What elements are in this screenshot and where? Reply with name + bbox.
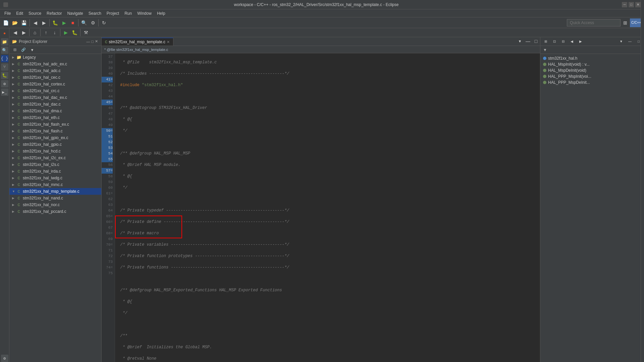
menu-navigate[interactable]: Navigate (64, 9, 86, 17)
menu-search[interactable]: Search (86, 9, 104, 17)
tree-item-eth[interactable]: ▶ C stm32f1xx_hal_eth.c (9, 114, 101, 121)
menubar: File Edit Source Refactor Navigate Searc… (0, 9, 644, 17)
tree-item-adc-ex[interactable]: ▶ C stm32f1xx_hal_adc_ex.c (9, 61, 101, 67)
code-editor[interactable]: 37 38 39 40 41= 42 43 44 45= 46 47 48 49… (102, 53, 540, 362)
editor-area: C stm32f1xx_hal_msp_template.c ✕ ▼ — □ *… (102, 37, 540, 362)
tree-item-legacy[interactable]: ▶ 📁 Legacy (9, 54, 101, 61)
tree-item-dma[interactable]: ▶ C stm32f1xx_hal_dma.c (9, 108, 101, 114)
pe-menu[interactable]: ▼ (28, 46, 36, 54)
tb-open[interactable]: 📂 (11, 18, 19, 27)
rp-btn2[interactable]: ⊡ (550, 37, 558, 46)
outline-dot5 (543, 81, 546, 84)
tb2-next[interactable]: ↓ (51, 28, 59, 37)
tb2-prev[interactable]: ↑ (42, 28, 50, 37)
menu-project[interactable]: Project (104, 9, 122, 17)
tree-item-flash-ex[interactable]: ▶ C stm32f1xx_hal_flash_ex.c (9, 121, 101, 128)
c-file-icon4: C (16, 81, 21, 87)
pe-collapse[interactable]: ⊟ (11, 46, 19, 54)
sidebar-terminal[interactable]: ▶_ (1, 88, 8, 96)
menu-help[interactable]: Help (154, 9, 168, 17)
outline-item-deinit[interactable]: HAL_MspDeInit(void) (542, 67, 643, 73)
pe-close[interactable]: ✕ (94, 39, 99, 44)
tree-item-nand[interactable]: ▶ C stm32f1xx_hal_nand.c (9, 195, 101, 201)
tree-item-hcd[interactable]: ▶ C stm32f1xx_hal_hcd.c (9, 148, 101, 155)
tree-item-cortex[interactable]: ▶ C stm32f1xx_hal_cortex.c (9, 81, 101, 87)
tree-item-irda[interactable]: ▶ C stm32f1xx_hal_irda.c (9, 168, 101, 175)
maximize-btn[interactable]: □ (629, 2, 634, 7)
editor-tabs: C stm32f1xx_hal_msp_template.c ✕ ▼ — □ (102, 37, 540, 46)
quick-access-input[interactable] (567, 19, 621, 26)
editor-minimize[interactable]: — (524, 37, 532, 46)
tb2-build2[interactable]: ⚒ (82, 28, 90, 37)
rp-btn5[interactable]: ▶ (577, 37, 585, 46)
code-text[interactable]: * @file stm32f1xx_hal_msp_template.c /* … (115, 53, 540, 362)
pe-link[interactable]: 🔗 (19, 46, 28, 54)
tb-stop[interactable]: ■ (69, 18, 77, 27)
tab-close-btn[interactable]: ✕ (167, 40, 170, 44)
outline-item-ppp-deinit[interactable]: HAL_PPP_MspDeInit... (542, 79, 643, 85)
sidebar-git[interactable]: ⑂ (1, 63, 8, 71)
sidebar-settings[interactable]: ⚙ (1, 355, 8, 362)
sidebar-files[interactable]: 📁 (1, 38, 8, 46)
pe-minimize[interactable]: — (86, 40, 91, 44)
editor-maximize[interactable]: □ (532, 37, 540, 46)
menu-window[interactable]: Window (135, 9, 154, 17)
tree-item-cec[interactable]: ▶ C stm32f1xx_hal_cec.c (9, 74, 101, 81)
tb-forward[interactable]: ▶ (40, 18, 48, 27)
menu-refactor[interactable]: Refactor (44, 9, 64, 17)
tb-refresh[interactable]: ↻ (100, 18, 108, 27)
tree-item-pccard[interactable]: ▶ C stm32f1xx_hal_pccard.c (9, 208, 101, 215)
rp-vscrollbar[interactable] (641, 0, 644, 362)
tree-item-gpio-ex[interactable]: ▶ C stm32f1xx_hal_gpio_ex.c (9, 134, 101, 141)
pe-maximize[interactable]: □ (91, 40, 94, 44)
tree-item-i2c-ex[interactable]: ▶ C stm32f1xx_hal_i2c_ex.c (9, 155, 101, 161)
tree-item-mmc[interactable]: ▶ C stm32f1xx_hal_mmc.c (9, 181, 101, 188)
tb-run[interactable]: ▶ (60, 18, 68, 27)
tb2-back[interactable]: ◀ (11, 28, 19, 37)
close-btn[interactable]: ✕ (635, 2, 641, 7)
tree-item-gpio[interactable]: ▶ C stm32f1xx_hal_gpio.c (9, 141, 101, 148)
rp-btn3[interactable]: ⊟ (559, 37, 567, 46)
titlebar: workspace - C/C++ - ros_stm32_2/HAL_Driv… (0, 0, 644, 9)
tb-perspective[interactable]: ⊞ (621, 18, 629, 27)
tb-back[interactable]: ◀ (31, 18, 39, 27)
menu-edit[interactable]: Edit (13, 9, 26, 17)
sidebar-search2[interactable]: 🔍 (1, 47, 8, 54)
outline-item-init[interactable]: HAL_MspInit(void) : v... (542, 61, 643, 67)
minimize-btn[interactable]: ─ (622, 2, 627, 7)
tb2-debug2[interactable]: 🐛 (70, 28, 79, 37)
tb2-run2[interactable]: ▶ (62, 28, 70, 37)
menu-source[interactable]: Source (26, 9, 44, 17)
tree-item-flash[interactable]: ▶ C stm32f1xx_hal_flash.c (9, 128, 101, 134)
tb2-forward[interactable]: ▶ (20, 28, 28, 37)
tree-item-iwdg[interactable]: ▶ C stm32f1xx_hal_iwdg.c (9, 175, 101, 181)
sidebar-extensions[interactable]: ⚙ (1, 80, 8, 87)
editor-tab-main[interactable]: C stm32f1xx_hal_msp_template.c ✕ (102, 38, 173, 46)
tree-item-i2s[interactable]: ▶ C stm32f1xx_hal_i2s.c (9, 161, 101, 168)
sidebar-ubuntu[interactable]: ● (1, 30, 8, 37)
rp-btn6[interactable]: ▼ (617, 37, 625, 46)
editor-tab-menu[interactable]: ▼ (516, 37, 524, 46)
tree-item-adc[interactable]: ▶ C stm32f1xx_hal_adc.c (9, 67, 101, 74)
tb2-home[interactable]: ⌂ (31, 28, 39, 37)
tb-save[interactable]: 💾 (20, 18, 28, 27)
menu-file[interactable]: File (2, 9, 13, 17)
tree-item-msp-template[interactable]: ▼ C stm32f1xx_hal_msp_template.c (9, 188, 101, 195)
menu-run[interactable]: Run (122, 9, 135, 17)
tb-new[interactable]: 📄 (2, 18, 10, 27)
tree-item-nor[interactable]: ▶ C stm32f1xx_hal_nor.c (9, 201, 101, 208)
tree-item-dac-ex[interactable]: ▶ C stm32f1xx_hal_dac_ex.c (9, 94, 101, 101)
tb-build[interactable]: ⚙ (89, 18, 97, 27)
tree-item-crc[interactable]: ▶ C stm32f1xx_hal_crc.c (9, 87, 101, 94)
rp-minimize[interactable]: — (626, 37, 634, 46)
tree-item-dac[interactable]: ▶ C stm32f1xx_hal_dac.c (9, 101, 101, 108)
sidebar-debug2[interactable]: 🐛 (1, 72, 8, 79)
outline-item-header[interactable]: stm32f1xx_hal.h (542, 55, 643, 61)
sidebar-code[interactable]: { } (1, 55, 8, 62)
rp-btn4[interactable]: ◀ (568, 37, 576, 46)
rp-btn1[interactable]: ⊞ (542, 37, 550, 46)
tb-debug[interactable]: 🐛 (51, 18, 59, 27)
c-file-icon: C (16, 61, 21, 67)
tb-search[interactable]: 🔍 (80, 18, 88, 27)
outline-item-ppp-init[interactable]: HAL_PPP_MspInit(voi... (542, 73, 643, 79)
